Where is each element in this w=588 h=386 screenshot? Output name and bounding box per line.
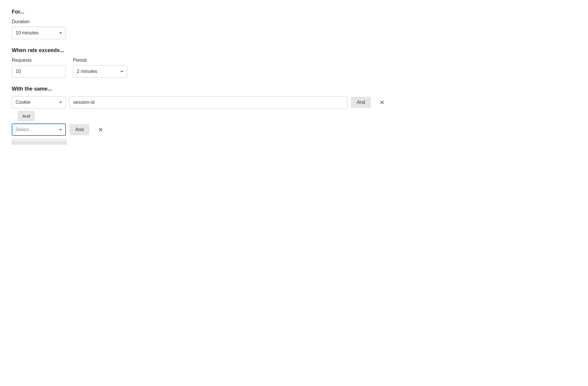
dropdown-option-cookie[interactable]: Cookie xyxy=(12,141,66,145)
requests-input[interactable] xyxy=(16,66,62,77)
criteria-2-dropdown: Cookie Headers Query IP with NAT support… xyxy=(12,139,66,145)
close-icon xyxy=(98,127,103,132)
caret-down-icon xyxy=(59,129,62,131)
requests-input-wrap xyxy=(12,65,66,78)
duration-select[interactable]: 10 minutes xyxy=(12,27,66,39)
criteria-1-and-button[interactable]: And xyxy=(351,97,371,108)
criteria-connector: And xyxy=(12,108,66,123)
requests-label: Requests xyxy=(12,58,66,63)
caret-down-icon xyxy=(59,32,62,34)
criteria-row-2: Select... Cookie Headers Query IP with N… xyxy=(12,123,576,136)
duration-field-group: Duration 10 minutes xyxy=(12,19,66,39)
criteria-2-and-button[interactable]: And xyxy=(69,124,89,135)
period-label: Period xyxy=(73,58,127,63)
for-title: For... xyxy=(12,9,576,15)
period-value: 2 minutes xyxy=(77,69,97,74)
criteria-1-input-wrap xyxy=(69,96,347,108)
criteria-1-select-value: Cookie xyxy=(16,100,30,105)
criteria-2-select-placeholder: Select... xyxy=(16,127,33,132)
criteria-row-1: Cookie And xyxy=(12,96,576,108)
criteria-2-select[interactable]: Select... Cookie Headers Query IP with N… xyxy=(12,123,66,136)
caret-down-icon xyxy=(59,102,62,103)
criteria-1-select[interactable]: Cookie xyxy=(12,96,66,108)
criteria-2-remove-button[interactable] xyxy=(98,127,104,133)
same-title: With the same... xyxy=(12,86,576,92)
period-field-group: Period 2 minutes xyxy=(73,58,127,78)
criteria-1-remove-button[interactable] xyxy=(379,99,385,105)
caret-down-icon xyxy=(120,71,123,72)
connector-and-chip[interactable]: And xyxy=(18,111,35,121)
requests-field-group: Requests xyxy=(12,58,66,78)
period-select[interactable]: 2 minutes xyxy=(73,65,127,78)
rate-section: When rate exceeds... Requests Period 2 m… xyxy=(12,47,576,78)
with-same-section: With the same... Cookie And And Select..… xyxy=(12,86,576,136)
duration-label: Duration xyxy=(12,19,66,24)
for-section: For... Duration 10 minutes xyxy=(12,9,576,39)
rate-title: When rate exceeds... xyxy=(12,47,576,54)
close-icon xyxy=(379,100,385,105)
criteria-1-input[interactable] xyxy=(73,96,344,108)
duration-value: 10 minutes xyxy=(16,30,39,36)
